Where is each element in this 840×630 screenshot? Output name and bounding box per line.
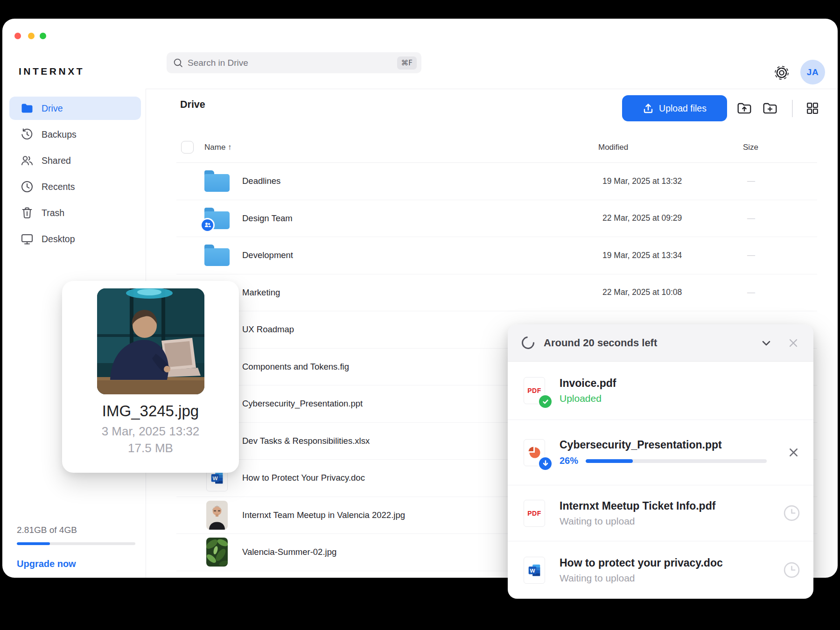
file-name: Marketing [242,287,602,298]
upload-status: Waiting to upload [560,516,775,527]
folder-icon [204,170,230,192]
search-icon [173,58,183,68]
file-size: — [747,214,817,223]
upload-toast-items: PDFInvoice.pdfUploadedCybersecurity_Pres… [508,362,813,599]
uploaded-check-badge [538,394,553,409]
collapse-toast-button[interactable] [758,335,774,351]
table-row[interactable]: Design Team22 Mar, 2025 at 09:29— [176,200,817,238]
close-toast-button[interactable] [785,335,801,351]
table-row[interactable]: Marketing22 Mar, 2025 at 10:08— [176,274,817,312]
clock-icon [20,180,34,194]
upload-folder-button[interactable] [735,99,754,118]
history-icon [20,127,34,141]
file-icon-slot [204,165,230,197]
header-divider [146,89,838,89]
file-size: — [747,251,817,260]
storage-progress-bar [17,542,135,545]
file-name: Deadlines [242,176,602,186]
upload-progress-row: 26% [560,455,778,466]
sidebar-item-label: Trash [42,208,64,218]
file-name: Development [242,250,602,260]
folder-upload-icon [736,100,752,116]
folder-plus-icon [762,100,778,116]
pdf-file-icon: PDF [524,500,545,527]
file-icon-slot [204,536,230,568]
upload-item-name: Internxt Meetup Ticket Info.pdf [560,500,775,512]
upload-files-button[interactable]: Upload files [622,95,727,121]
preview-filename: IMG_3245.jpg [102,402,199,420]
word-file-icon: W [524,557,545,584]
svg-text:W: W [530,567,535,573]
cancel-upload-icon [787,446,800,459]
upload-toast-title: Around 20 seconds left [544,337,657,349]
people-icon [20,154,34,168]
upload-icon [643,103,654,114]
cancel-upload-button[interactable] [787,446,800,459]
file-modified: 19 Mar, 2025 at 13:34 [602,251,747,260]
sidebar-item-backups[interactable]: Backups [9,123,141,146]
toolbar-divider [792,100,793,117]
folder-icon [204,245,230,266]
storage-progress-fill [17,542,50,545]
upload-progress-fill [586,459,633,463]
minimize-window-button[interactable] [28,33,35,39]
column-header-size[interactable]: Size [743,143,758,152]
grid-view-icon [805,101,819,115]
preview-filesize: 17.5 MB [128,441,173,455]
upload-item-icon [524,439,547,466]
upload-item-name: Cybersecurity_Presentation.ppt [560,439,778,451]
sidebar-item-label: Desktop [42,234,75,245]
svg-text:W: W [212,475,218,481]
upload-item-icon: PDF [524,377,547,404]
sidebar-item-label: Recents [42,182,75,192]
search-bar[interactable]: ⌘F [167,52,421,73]
upload-progress-bar [586,459,767,463]
select-all-checkbox[interactable] [181,141,194,154]
chevron-down-icon [759,336,774,350]
grid-view-button[interactable] [803,99,822,118]
table-row[interactable]: Development19 Mar, 2025 at 13:34— [176,237,817,274]
upload-item: WHow to protect your privacy.docWaiting … [508,541,813,599]
create-folder-button[interactable] [761,99,779,118]
waiting-indicator [783,561,800,579]
upload-item: PDFInternxt Meetup Ticket Info.pdfWaitin… [508,485,813,541]
file-preview-card: IMG_3245.jpg 3 Mar, 2025 13:32 17.5 MB [62,281,239,473]
sidebar-item-drive[interactable]: Drive [9,97,141,120]
upload-item-name: Invoice.pdf [560,377,800,390]
trash-icon [20,206,34,220]
zoom-window-button[interactable] [40,33,46,39]
shared-folder-badge [200,218,215,232]
upload-item: PDFInvoice.pdfUploaded [508,362,813,420]
close-icon [786,336,801,350]
avatar[interactable]: JA [800,60,825,84]
sidebar-item-shared[interactable]: Shared [9,149,141,172]
upgrade-now-link[interactable]: Upgrade now [17,559,138,569]
upload-progress-toast: Around 20 seconds left PDFInvoice.pdfUpl… [508,324,813,599]
upload-item: Cybersecurity_Presentation.ppt26% [508,420,813,485]
file-icon-slot [204,239,230,272]
search-input[interactable] [188,58,392,68]
upload-files-label: Upload files [659,103,707,114]
desktop-background: INTERNXT ⌘F JA [0,0,840,630]
gear-icon [773,64,790,81]
column-header-modified[interactable]: Modified [598,143,628,152]
spinner-icon [519,334,537,351]
sidebar-item-desktop[interactable]: Desktop [9,227,141,251]
file-icon-slot [204,499,230,532]
page-title: Drive [180,99,205,111]
file-modified: 22 Mar, 2025 at 09:29 [602,213,747,223]
waiting-clock-icon [783,561,800,579]
upload-item-icon: PDF [524,500,547,527]
settings-button[interactable] [772,63,791,82]
sidebar-item-trash[interactable]: Trash [9,201,141,224]
file-icon-slot [204,202,230,235]
column-header-name[interactable]: Name ↑ [204,143,232,152]
sidebar-item-recents[interactable]: Recents [9,175,141,198]
upload-item-icon: W [524,557,547,584]
upload-status: Waiting to upload [560,573,775,584]
upload-status: Uploaded [560,393,800,404]
file-size: — [747,288,817,297]
file-preview-image [97,288,204,394]
close-window-button[interactable] [14,33,21,39]
table-row[interactable]: Deadlines19 Mar, 2025 at 13:32— [176,163,817,200]
